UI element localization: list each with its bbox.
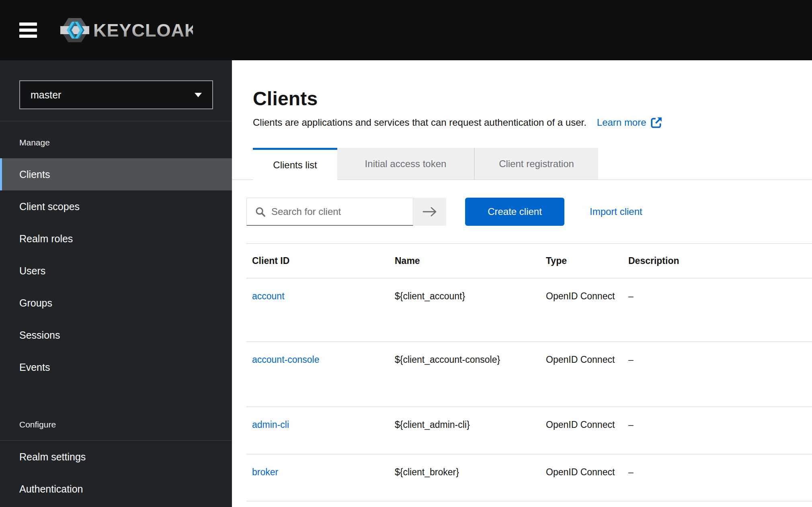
client-description-cell: – (623, 278, 812, 342)
keycloak-logo: KEYCLOAK (60, 17, 193, 43)
page-description: Clients are applications and services th… (253, 116, 586, 129)
sidebar-nav: master Manage Clients Client scopes Real… (0, 60, 232, 507)
nav-section-title-manage: Manage (0, 137, 232, 148)
sidebar-item-users[interactable]: Users (0, 255, 232, 287)
client-type-cell: OpenID Connect (540, 407, 623, 454)
nav-section-configure: Configure Realm settings Authentication (0, 419, 232, 505)
search-submit-button[interactable] (413, 198, 446, 226)
search-icon (255, 206, 266, 218)
client-type-cell: OpenID Connect (540, 454, 623, 501)
client-type-cell: OpenID Connect (540, 342, 623, 407)
page-title: Clients (253, 88, 812, 110)
client-description-cell: – (623, 407, 812, 454)
external-link-icon (650, 117, 662, 129)
clients-page: Clients Clients are applications and ser… (232, 60, 812, 507)
sidebar-item-groups[interactable]: Groups (0, 287, 232, 319)
brand-wordmark: KEYCLOAK (93, 20, 193, 41)
client-id-link[interactable]: account-console (252, 354, 320, 365)
client-id-link[interactable]: account (252, 291, 285, 301)
client-description-cell: – (623, 454, 812, 501)
client-name-cell: ${client_account-console} (389, 342, 540, 407)
hamburger-menu-icon[interactable] (19, 22, 37, 38)
realm-selector-value: master (31, 89, 61, 101)
table-row: account-console ${client_account-console… (246, 342, 812, 407)
masthead: KEYCLOAK (0, 0, 812, 60)
keycloak-brand-svg: KEYCLOAK (60, 17, 193, 43)
column-header-name: Name (389, 244, 540, 278)
sidebar-item-realm-roles[interactable]: Realm roles (0, 223, 232, 255)
learn-more-link[interactable]: Learn more (597, 116, 662, 129)
client-search-group (246, 198, 446, 226)
sidebar-item-events[interactable]: Events (0, 351, 232, 383)
sidebar-item-client-scopes[interactable]: Client scopes (0, 190, 232, 223)
nav-section-title-configure: Configure (0, 419, 232, 430)
sidebar-item-sessions[interactable]: Sessions (0, 319, 232, 351)
client-description-cell: – (623, 342, 812, 407)
table-row: admin-cli ${client_admin-cli} OpenID Con… (246, 407, 812, 454)
column-header-description: Description (623, 244, 812, 278)
client-name-cell: ${client_broker} (389, 454, 540, 501)
tab-client-registration[interactable]: Client registration (474, 148, 598, 180)
realm-selector-section: master (0, 60, 232, 121)
client-type-cell: OpenID Connect (540, 278, 623, 342)
client-name-cell: ${client_account} (389, 278, 540, 342)
import-client-link[interactable]: Import client (590, 206, 642, 217)
tab-bar: Clients list Initial access token Client… (232, 148, 812, 180)
client-search-input[interactable] (271, 206, 413, 217)
tab-initial-access-token[interactable]: Initial access token (337, 148, 474, 180)
client-id-link[interactable]: admin-cli (252, 419, 289, 430)
clients-toolbar: Create client Import client (246, 198, 812, 226)
sidebar-item-authentication[interactable]: Authentication (0, 473, 232, 505)
realm-selector[interactable]: master (19, 80, 213, 109)
column-header-type: Type (540, 244, 623, 278)
arrow-right-icon (422, 206, 437, 217)
clients-table: Client ID Name Type Description account … (246, 243, 812, 501)
client-search-box (246, 198, 413, 226)
column-header-client-id: Client ID (246, 244, 389, 278)
nav-section-manage: Manage Clients Client scopes Realm roles… (0, 137, 232, 383)
client-name-cell: ${client_admin-cli} (389, 407, 540, 454)
keycloak-admin-console: KEYCLOAK master Manage Clients Client sc… (0, 0, 812, 507)
tab-clients-list[interactable]: Clients list (253, 148, 337, 180)
sidebar-item-clients[interactable]: Clients (0, 158, 232, 190)
table-header-row: Client ID Name Type Description (246, 244, 812, 278)
table-row: account ${client_account} OpenID Connect… (246, 278, 812, 342)
brand-hexagon-icon (60, 18, 89, 42)
create-client-button[interactable]: Create client (465, 198, 564, 226)
table-row: broker ${client_broker} OpenID Connect – (246, 454, 812, 501)
client-id-link[interactable]: broker (252, 467, 278, 477)
chevron-down-icon (195, 93, 202, 97)
sidebar-item-realm-settings[interactable]: Realm settings (0, 441, 232, 473)
